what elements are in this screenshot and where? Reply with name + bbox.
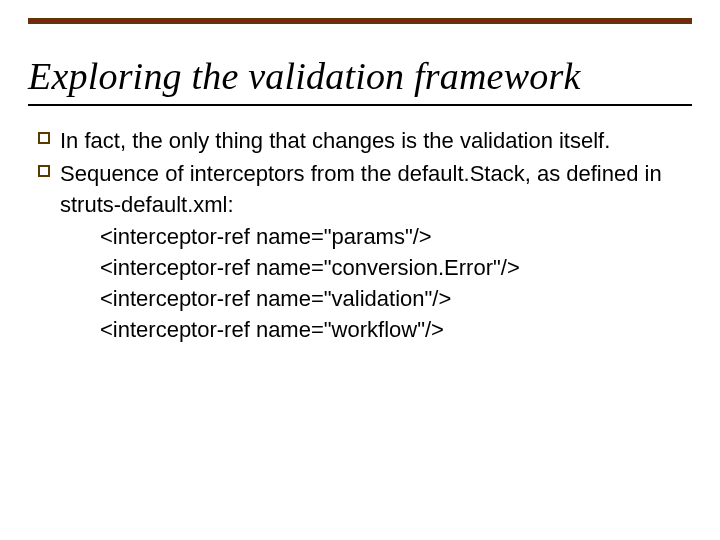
square-bullet-icon [38,132,50,144]
code-line: <interceptor-ref name="workflow"/> [100,315,672,346]
bullet-item: In fact, the only thing that changes is … [60,126,672,157]
bullet-text: In fact, the only thing that changes is … [60,128,610,153]
code-line: <interceptor-ref name="validation"/> [100,284,672,315]
square-bullet-icon [38,165,50,177]
top-decorative-rule [28,18,692,24]
slide-title: Exploring the validation framework [28,54,692,98]
title-underline [28,104,692,106]
bullet-item: Sequence of interceptors from the defaul… [60,159,672,221]
bullet-text: Sequence of interceptors from the defaul… [60,161,662,217]
code-block: <interceptor-ref name="params"/> <interc… [100,222,672,345]
code-line: <interceptor-ref name="conversion.Error"… [100,253,672,284]
code-line: <interceptor-ref name="params"/> [100,222,672,253]
slide-body: In fact, the only thing that changes is … [60,126,672,346]
